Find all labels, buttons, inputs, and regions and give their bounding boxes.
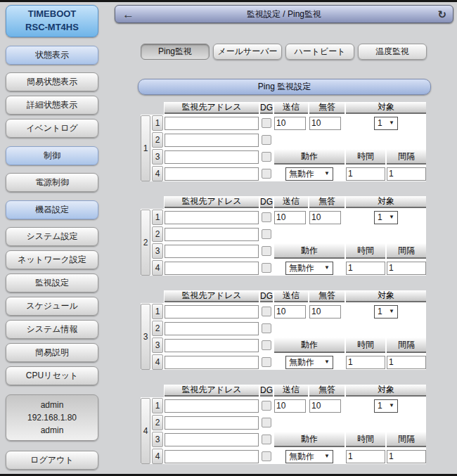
sidebar-item-quick-guide[interactable]: 簡易説明 <box>6 343 98 362</box>
account-name: admin <box>6 424 98 437</box>
col-header-interval: 間隔 <box>387 337 426 353</box>
col-header-dg: DG <box>260 196 273 208</box>
action-select[interactable]: 無動作 ▼ <box>285 167 333 181</box>
target-select[interactable]: 1 ▼ <box>374 399 398 413</box>
action-select-value: 無動作 <box>289 451 314 463</box>
send-input[interactable] <box>274 399 306 413</box>
refresh-button[interactable]: ↻ <box>437 6 446 22</box>
dg-checkbox[interactable] <box>262 152 271 162</box>
tab-mail-server[interactable]: メールサーバー <box>213 44 282 60</box>
address-input[interactable] <box>165 228 259 241</box>
dg-checkbox[interactable] <box>262 263 271 273</box>
col-header-action: 動作 <box>274 149 345 165</box>
account-info-box: admin 192.168.1.80 admin <box>6 394 98 441</box>
noreply-input[interactable] <box>309 399 341 413</box>
col-header-send: 送信 <box>274 102 308 114</box>
address-input[interactable] <box>165 339 259 352</box>
sidebar: TIMEBOOT RSC-MT4HS 状態表示簡易状態表示詳細状態表示イベントロ… <box>6 5 98 476</box>
address-input[interactable] <box>165 433 259 446</box>
time-input[interactable] <box>346 356 385 369</box>
sidebar-item-system-info[interactable]: システム情報 <box>6 320 98 339</box>
dg-checkbox[interactable] <box>262 418 271 427</box>
noreply-input[interactable] <box>309 211 341 224</box>
chevron-down-icon: ▼ <box>324 359 330 365</box>
address-input[interactable] <box>165 322 259 335</box>
sidebar-item-event-log[interactable]: イベントログ <box>6 119 98 138</box>
tab-ping-monitor[interactable]: Ping監視 <box>141 44 210 60</box>
dg-checkbox[interactable] <box>262 212 271 222</box>
dg-checkbox[interactable] <box>262 307 271 316</box>
address-input[interactable] <box>165 262 259 275</box>
page-top-border <box>0 0 457 2</box>
page-title: 監視設定 / Ping監視 <box>247 8 321 20</box>
sidebar-item-network-settings[interactable]: ネットワーク設定 <box>6 250 98 269</box>
chevron-down-icon: ▼ <box>324 171 330 176</box>
action-select[interactable]: 無動作 ▼ <box>285 262 333 275</box>
col-header-address: 監視先アドレス <box>165 385 259 397</box>
noreply-input[interactable] <box>309 117 341 130</box>
action-select[interactable]: 無動作 ▼ <box>285 356 333 369</box>
sidebar-item-schedule[interactable]: スケジュール <box>6 297 98 316</box>
address-input[interactable] <box>165 245 259 258</box>
address-input[interactable] <box>165 211 259 224</box>
sidebar-item-system-settings[interactable]: システム設定 <box>6 227 98 246</box>
dg-checkbox[interactable] <box>262 451 271 461</box>
sidebar-item-status-display[interactable]: 状態表示 <box>6 46 98 65</box>
col-header-action: 動作 <box>274 243 345 259</box>
target-select[interactable]: 1 ▼ <box>374 117 398 130</box>
time-input[interactable] <box>346 450 385 463</box>
col-header-address: 監視先アドレス <box>165 290 259 302</box>
address-input[interactable] <box>165 356 259 369</box>
dg-checkbox[interactable] <box>262 229 271 239</box>
send-input[interactable] <box>274 211 306 224</box>
interval-input[interactable] <box>387 356 426 369</box>
address-input[interactable] <box>165 305 259 319</box>
sidebar-item-control[interactable]: 制御 <box>6 146 98 165</box>
col-header-time: 時間 <box>346 432 385 447</box>
address-input[interactable] <box>165 150 259 164</box>
sidebar-item-monitor-settings[interactable]: 監視設定 <box>6 274 98 292</box>
dg-checkbox[interactable] <box>262 323 271 333</box>
dg-checkbox[interactable] <box>262 357 271 367</box>
address-input[interactable] <box>165 134 259 147</box>
target-select[interactable]: 1 ▼ <box>374 211 398 224</box>
sidebar-item-simple-status[interactable]: 簡易状態表示 <box>6 72 98 91</box>
brand-button[interactable]: TIMEBOOT RSC-MT4HS <box>6 5 98 37</box>
col-header-send: 送信 <box>274 290 308 302</box>
dg-checkbox[interactable] <box>262 246 271 256</box>
tab-temperature-monitor[interactable]: 温度監視 <box>358 44 427 60</box>
address-input[interactable] <box>165 117 259 130</box>
send-input[interactable] <box>274 117 306 130</box>
dg-checkbox[interactable] <box>262 169 271 179</box>
dg-checkbox[interactable] <box>262 135 271 145</box>
target-select-value: 1 <box>378 401 382 411</box>
dg-checkbox[interactable] <box>262 435 271 444</box>
dg-checkbox[interactable] <box>262 401 271 411</box>
col-header-send: 送信 <box>274 385 308 397</box>
interval-input[interactable] <box>387 450 426 463</box>
tab-heartbeat[interactable]: ハートビート <box>285 44 354 60</box>
sidebar-item-cpu-reset[interactable]: CPUリセット <box>6 366 98 385</box>
noreply-input[interactable] <box>309 305 341 319</box>
sidebar-item-power-control[interactable]: 電源制御 <box>6 173 98 192</box>
target-select[interactable]: 1 ▼ <box>374 305 398 319</box>
time-input[interactable] <box>346 167 385 181</box>
interval-input[interactable] <box>387 262 426 275</box>
address-input[interactable] <box>165 416 259 430</box>
row-number: 4 <box>152 260 163 276</box>
back-button[interactable]: ← <box>122 6 134 22</box>
sidebar-item-detail-status[interactable]: 詳細状態表示 <box>6 96 98 115</box>
dg-checkbox[interactable] <box>262 118 271 128</box>
dg-checkbox[interactable] <box>262 340 271 350</box>
address-input[interactable] <box>165 399 259 413</box>
row-number: 3 <box>152 432 163 447</box>
address-input[interactable] <box>165 450 259 463</box>
page-header-bar: ← 監視設定 / Ping監視 ↻ <box>115 5 453 23</box>
sidebar-item-device-settings[interactable]: 機器設定 <box>6 200 98 219</box>
send-input[interactable] <box>274 305 306 319</box>
interval-input[interactable] <box>387 167 426 181</box>
action-select[interactable]: 無動作 ▼ <box>285 450 333 463</box>
time-input[interactable] <box>346 262 385 275</box>
address-input[interactable] <box>165 167 259 181</box>
logout-button[interactable]: ログアウト <box>6 451 98 470</box>
